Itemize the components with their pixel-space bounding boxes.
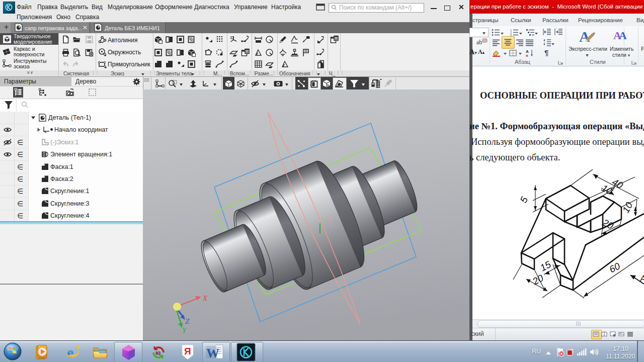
svg-text:10: 10 — [620, 200, 635, 215]
svg-text:W: W — [206, 346, 219, 360]
svg-text:e: e — [67, 344, 73, 360]
svg-text:А: А — [639, 274, 644, 284]
svg-text:20: 20 — [530, 273, 545, 287]
svg-text:5: 5 — [518, 195, 530, 205]
svg-text:Z: Z — [185, 317, 190, 325]
svg-text:ab: ab — [476, 39, 482, 46]
svg-text:я: я — [526, 53, 528, 57]
svg-text:15: 15 — [538, 259, 553, 274]
svg-text:A: A — [619, 29, 626, 41]
svg-text:A: A — [579, 28, 590, 45]
svg-text:Я: Я — [184, 346, 191, 356]
svg-text:X: X — [202, 294, 208, 302]
svg-text:ю: ю — [155, 349, 160, 356]
